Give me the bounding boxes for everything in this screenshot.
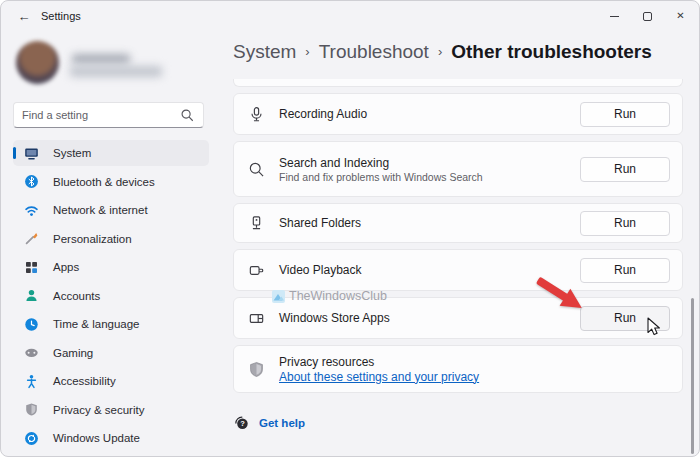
row-subtitle: Find and fix problems with Windows Searc… [279, 171, 483, 183]
sidebar-item-label: System [53, 147, 91, 159]
breadcrumb-system[interactable]: System [233, 41, 296, 63]
wifi-icon [24, 203, 39, 218]
row-title: Recording Audio [279, 107, 367, 121]
scrollbar-thumb[interactable] [691, 298, 694, 454]
bluetooth-icon [24, 174, 39, 189]
apps-icon [24, 260, 39, 275]
privacy-settings-link[interactable]: About these settings and your privacy [279, 370, 479, 384]
system-icon [24, 146, 39, 161]
search-icon [180, 108, 195, 123]
row-recording-audio: Recording Audio Run [233, 93, 683, 135]
titlebar: ← Settings ✕ [1, 1, 699, 33]
sidebar-item-privacy-security[interactable]: Privacy & security [13, 397, 209, 423]
main-content: System › Troubleshoot › Other troublesho… [233, 33, 683, 456]
user-name-redacted [72, 54, 130, 64]
watermark-text: TheWindowsClub [289, 289, 387, 303]
sidebar-item-accounts[interactable]: Accounts [13, 283, 209, 309]
magnifier-icon [248, 161, 265, 178]
run-button-search-indexing[interactable]: Run [580, 157, 670, 182]
sidebar-item-label: Network & internet [53, 204, 148, 216]
sidebar-item-accessibility[interactable]: Accessibility [13, 368, 209, 394]
partial-row-above [233, 79, 683, 87]
shared-folder-icon [248, 215, 265, 232]
watermark: TheWindowsClub [272, 289, 387, 303]
accessibility-icon [24, 374, 39, 389]
maximize-icon [643, 12, 652, 21]
microphone-icon [248, 106, 265, 123]
sidebar-item-bluetooth-devices[interactable]: Bluetooth & devices [13, 169, 209, 195]
run-button-recording-audio[interactable]: Run [580, 102, 670, 127]
sidebar-item-personalization[interactable]: Personalization [13, 226, 209, 252]
sidebar-nav: System Bluetooth & devices Network & int… [13, 140, 209, 451]
settings-window: ← Settings ✕ S [0, 0, 700, 457]
row-title: Shared Folders [279, 216, 361, 230]
troubleshooter-list: Recording Audio Run Search and Indexing … [233, 79, 683, 399]
privacy-resources-title: Privacy resources [279, 355, 479, 369]
chevron-right-icon: › [438, 44, 442, 59]
sidebar-item-label: Windows Update [53, 432, 140, 444]
minimize-button[interactable] [598, 1, 631, 31]
sidebar-item-time-language[interactable]: Time & language [13, 311, 209, 337]
user-email-redacted [70, 66, 162, 77]
sidebar-item-network-internet[interactable]: Network & internet [13, 197, 209, 223]
gamepad-icon [24, 345, 39, 360]
search-input[interactable] [22, 109, 180, 121]
sidebar-item-system[interactable]: System [13, 140, 209, 166]
shield-icon [24, 402, 39, 417]
row-title: Search and Indexing [279, 156, 483, 170]
row-search-indexing: Search and Indexing Find and fix problem… [233, 141, 683, 197]
get-help-icon: ? [234, 415, 249, 430]
row-title: Video Playback [279, 263, 362, 277]
clock-icon [24, 317, 39, 332]
get-help-label: Get help [259, 417, 305, 429]
sidebar-item-apps[interactable]: Apps [13, 254, 209, 280]
back-icon: ← [18, 9, 31, 24]
search-box[interactable] [13, 102, 204, 128]
mouse-cursor-icon [647, 317, 662, 337]
sidebar-item-label: Time & language [53, 318, 140, 330]
close-button[interactable]: ✕ [664, 1, 697, 31]
row-shared-folders: Shared Folders Run [233, 203, 683, 243]
sidebar: System Bluetooth & devices Network & int… [1, 33, 221, 456]
minimize-icon [610, 16, 619, 17]
breadcrumb-current-page: Other troubleshooters [451, 41, 652, 63]
row-video-playback: Video Playback Run [233, 249, 683, 291]
update-icon [24, 431, 39, 446]
sidebar-item-label: Accounts [53, 290, 100, 302]
store-apps-icon [248, 310, 265, 327]
sidebar-item-windows-update[interactable]: Windows Update [13, 425, 209, 451]
annotation-arrow-icon [522, 265, 602, 321]
sidebar-item-label: Accessibility [53, 375, 116, 387]
window-title: Settings [41, 10, 81, 22]
sidebar-item-gaming[interactable]: Gaming [13, 340, 209, 366]
breadcrumb: System › Troubleshoot › Other troublesho… [233, 41, 652, 63]
sidebar-item-label: Personalization [53, 233, 132, 245]
svg-text:?: ? [240, 419, 245, 428]
brush-icon [24, 231, 39, 246]
sidebar-item-label: Gaming [53, 347, 93, 359]
row-title: Windows Store Apps [279, 311, 390, 325]
back-button[interactable]: ← [11, 5, 37, 27]
maximize-button[interactable] [631, 1, 664, 31]
sidebar-item-label: Bluetooth & devices [53, 176, 155, 188]
sidebar-item-label: Privacy & security [53, 404, 144, 416]
privacy-shield-icon [248, 361, 265, 378]
get-help[interactable]: ? Get help [234, 415, 305, 430]
caption-controls: ✕ [598, 1, 697, 31]
user-avatar[interactable] [16, 41, 59, 84]
chevron-right-icon: › [305, 44, 309, 59]
person-icon [24, 288, 39, 303]
video-camera-icon [248, 262, 265, 279]
privacy-resources-card: Privacy resources About these settings a… [233, 345, 683, 393]
run-button-shared-folders[interactable]: Run [580, 211, 670, 236]
breadcrumb-troubleshoot[interactable]: Troubleshoot [319, 41, 429, 63]
watermark-logo-icon [272, 290, 285, 303]
sidebar-item-label: Apps [53, 261, 79, 273]
row-windows-store-apps: Windows Store Apps Run [233, 297, 683, 339]
close-icon: ✕ [676, 11, 684, 21]
